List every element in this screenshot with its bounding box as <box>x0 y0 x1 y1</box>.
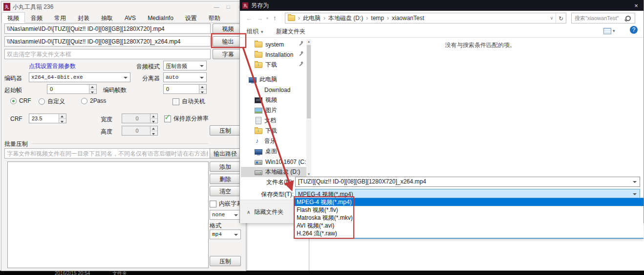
output-path-input[interactable] <box>4 36 211 46</box>
save-type-option[interactable]: AVI 视频(*.avi) <box>295 222 644 229</box>
output-dir-button[interactable]: 输出路径 <box>210 148 241 159</box>
sidebar-item[interactable]: 文档 <box>241 115 306 126</box>
sidebar-scrollbar[interactable]: ▴ ▾ <box>306 39 311 177</box>
address-dropdown-icon[interactable]: ∨ <box>548 16 556 21</box>
save-type-combo[interactable]: MPEG-4 视频(*.mp4) <box>295 189 640 198</box>
splitter-select[interactable]: auto <box>163 72 207 82</box>
batch-file-list[interactable] <box>7 161 209 268</box>
encoder-select[interactable]: x264_64-8bit.exe <box>29 72 130 82</box>
view-mode-icon[interactable] <box>603 28 611 34</box>
forward-icon[interactable]: → <box>257 15 263 22</box>
tab-MediaInfo[interactable]: MediaInfo <box>142 13 179 23</box>
video-path-input[interactable] <box>4 23 211 34</box>
tab-封装[interactable]: 封装 <box>72 12 95 23</box>
view-dropdown-icon[interactable]: ▾ <box>613 28 615 33</box>
sidebar-item[interactable]: 图片 <box>241 105 306 115</box>
audio-settings-link[interactable]: 点我设置音频参数 <box>29 62 76 70</box>
scroll-down-icon[interactable]: ▾ <box>306 172 311 177</box>
tab-常用[interactable]: 常用 <box>48 12 72 23</box>
sidebar-item[interactable]: 本地磁盘 (D:) <box>241 167 306 177</box>
refresh-icon[interactable]: ↻ <box>556 13 566 23</box>
drive-system-icon <box>255 160 262 165</box>
breadcrumb-item[interactable]: temp <box>371 15 384 22</box>
sidebar-item[interactable]: 下载 <box>241 60 306 70</box>
spinner-up-icon[interactable] <box>89 85 96 90</box>
sidebar-item[interactable]: 视频 <box>241 95 306 105</box>
sidebar-item-label: 图片 <box>265 106 277 115</box>
file-name-combo[interactable]: [TUZI][Quiz!! ID-0][08][GB][1280X720]_x2… <box>295 177 640 187</box>
tab-AVS[interactable]: AVS <box>119 13 142 23</box>
spinner-down-icon[interactable] <box>89 90 96 94</box>
spinner-down-icon[interactable] <box>199 90 206 94</box>
maximize-button[interactable]: □ <box>222 4 234 10</box>
add-button[interactable]: 添加 <box>210 161 241 172</box>
breadcrumb-item[interactable]: 本地磁盘 (D:) <box>328 14 363 23</box>
scrollbar-thumb[interactable] <box>307 45 311 118</box>
sidebar-item[interactable]: 此电脑 <box>241 74 306 85</box>
radio-2pass[interactable]: 2Pass <box>81 97 106 104</box>
new-folder-button[interactable]: 新建文件夹 <box>276 27 305 36</box>
dialog-title: 另存为 <box>251 1 269 10</box>
breadcrumb-item[interactable]: 此电脑 <box>303 14 321 23</box>
audio-mode-select[interactable]: 压制音频 <box>163 61 207 70</box>
video-button[interactable]: 视频 <box>213 23 243 34</box>
subtitle-input[interactable] <box>4 49 211 59</box>
compress-button[interactable]: 压制 <box>210 125 241 136</box>
scroll-up-icon[interactable]: ▴ <box>306 39 311 44</box>
hide-folders-button[interactable]: 隐藏文件夹 <box>247 208 283 216</box>
embed-subtitle-checkbox[interactable]: 内嵌字幕 <box>210 200 242 208</box>
minimize-button[interactable]: — <box>211 4 222 10</box>
spinner-up-icon[interactable] <box>59 114 66 119</box>
start-frame-spinner[interactable]: 0 <box>47 84 97 94</box>
format-select[interactable]: mp4 <box>210 229 241 239</box>
back-icon[interactable]: ← <box>246 15 252 22</box>
keep-resolution-checkbox[interactable]: 保持原分辨率 <box>164 115 209 123</box>
help-icon[interactable]: ? <box>630 26 638 34</box>
delete-button[interactable]: 删除 <box>210 174 241 184</box>
spinner-up-icon[interactable] <box>199 85 206 90</box>
radio-crf[interactable]: CRF <box>10 97 31 104</box>
batch-compress-button[interactable]: 压制 <box>210 256 241 266</box>
tab-音频[interactable]: 音频 <box>25 12 48 23</box>
subtitle-button[interactable]: 字幕 <box>213 49 243 59</box>
search-icon[interactable] <box>625 16 631 21</box>
checkbox-icon <box>172 98 179 105</box>
splitter-value: auto <box>166 74 178 80</box>
drive-icon <box>255 170 262 175</box>
search-box[interactable]: 搜索"xiaowanTest" <box>571 13 635 23</box>
save-type-option[interactable]: MPEG-4 视频(*.mp4) <box>295 198 644 206</box>
sidebar-item[interactable]: 下载 <box>241 126 306 136</box>
radio-dot-icon <box>39 98 45 105</box>
history-dropdown-icon[interactable]: ▾ <box>266 16 268 21</box>
pin-icon <box>299 62 303 67</box>
save-type-option[interactable]: H.264 流(*.raw) <box>295 229 644 237</box>
save-type-option[interactable]: Matroska 视频(*.mkv) <box>295 214 644 222</box>
clear-button[interactable]: 清空 <box>210 186 241 196</box>
output-button[interactable]: 输出 <box>213 36 243 46</box>
subtitle-lang-select[interactable]: none <box>210 210 241 220</box>
tab-设置[interactable]: 设置 <box>179 12 203 23</box>
crf-spinner[interactable]: 23.5 <box>29 114 66 123</box>
sidebar-item[interactable]: system <box>241 39 306 49</box>
frame-count-spinner[interactable]: 0 <box>163 84 207 94</box>
sidebar-item[interactable]: Download <box>241 85 306 95</box>
up-icon[interactable]: ↑ <box>273 14 277 22</box>
dialog-close-button[interactable]: × <box>629 2 644 9</box>
sidebar-item[interactable]: 音乐 <box>241 136 306 146</box>
save-as-dialog: 丸 另存为 × ← → ▾ ↑ ›此电脑›本地磁盘 (D:)›temp›xiao… <box>239 0 644 223</box>
sidebar-item[interactable]: Installation <box>241 49 306 60</box>
download-arrow-icon <box>255 87 261 93</box>
sidebar-item[interactable]: 桌面 <box>241 146 306 157</box>
tab-视频[interactable]: 视频 <box>1 12 25 23</box>
tab-帮助[interactable]: 帮助 <box>203 12 226 23</box>
auto-shutdown-checkbox[interactable]: 自动关机 <box>172 97 205 106</box>
address-bar[interactable]: ›此电脑›本地磁盘 (D:)›temp›xiaowanTest ∨ ↻ <box>285 13 566 23</box>
sidebar-item[interactable]: Win10 1607 (C:) <box>241 157 306 167</box>
breadcrumb-item[interactable]: xiaowanTest <box>392 15 424 22</box>
batch-subtitle-hint-input[interactable] <box>4 148 211 159</box>
radio-custom[interactable]: 自定义 <box>39 97 65 106</box>
spinner-down-icon[interactable] <box>59 119 66 123</box>
save-type-option[interactable]: Flash 视频(*.flv) <box>295 206 644 214</box>
tab-抽取[interactable]: 抽取 <box>95 12 119 23</box>
organize-button[interactable]: 组织 <box>247 27 263 36</box>
